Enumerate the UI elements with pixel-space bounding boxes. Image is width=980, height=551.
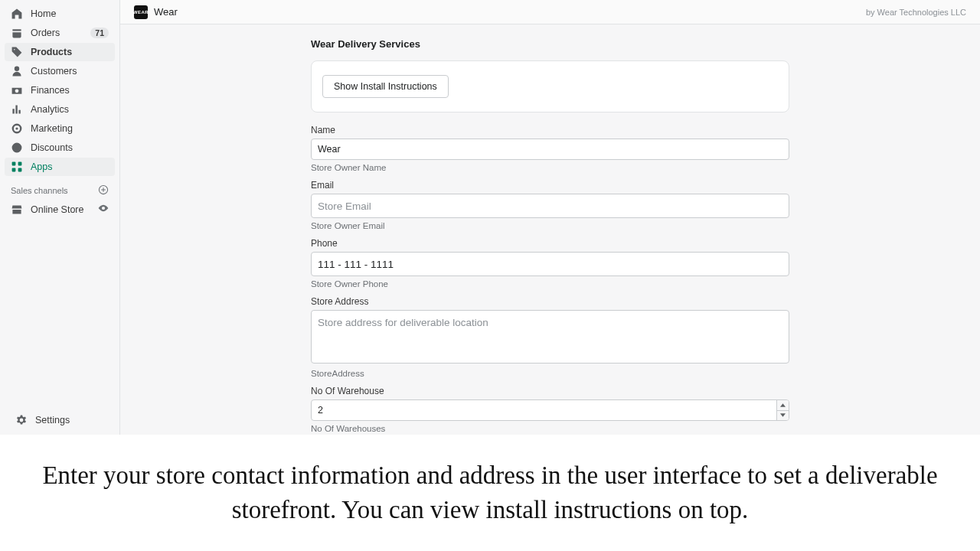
name-label: Name — [311, 125, 789, 135]
sidebar-item-online-store[interactable]: Online Store — [5, 200, 115, 219]
sidebar-item-home[interactable]: Home — [5, 5, 115, 23]
sidebar-item-label: Customers — [31, 66, 109, 77]
analytics-icon — [11, 103, 23, 116]
sidebar-item-label: Discounts — [31, 142, 109, 153]
address-help: StoreAddress — [311, 369, 789, 378]
sidebar-item-label: Products — [31, 47, 109, 57]
sidebar-item-label: Orders — [31, 28, 90, 38]
gear-icon — [15, 414, 28, 426]
sales-channels-label: Sales channels — [11, 186, 68, 195]
email-help: Store Owner Email — [311, 221, 789, 230]
customers-icon — [11, 65, 23, 77]
products-icon — [11, 46, 23, 58]
apps-icon — [11, 161, 23, 173]
phone-input[interactable] — [311, 252, 789, 276]
warehouse-input[interactable] — [311, 399, 789, 421]
stepper-down-icon[interactable] — [777, 411, 789, 421]
discounts-icon — [11, 142, 23, 154]
sidebar-item-marketing[interactable]: Marketing — [5, 119, 115, 138]
add-channel-icon[interactable] — [98, 184, 109, 197]
sidebar-item-label: Finances — [31, 85, 109, 96]
page-title: Wear Delivery Services — [311, 38, 789, 50]
sidebar: Home Orders 71 Products Customers Financ… — [0, 0, 120, 435]
sidebar-item-label: Analytics — [31, 104, 109, 115]
svg-rect-0 — [12, 162, 16, 166]
sidebar-item-label: Apps — [31, 161, 109, 172]
address-textarea[interactable] — [311, 310, 789, 364]
email-label: Email — [311, 180, 789, 191]
main-content: Wear Delivery Services Show Install Inst… — [120, 24, 980, 435]
home-icon — [11, 8, 23, 20]
sidebar-item-settings[interactable]: Settings — [9, 411, 110, 429]
phone-help: Store Owner Phone — [311, 279, 789, 289]
sidebar-item-apps[interactable]: Apps — [5, 158, 115, 176]
orders-icon — [11, 27, 23, 39]
number-spinner — [776, 400, 789, 420]
caption-band: Enter your store contact information and… — [0, 435, 980, 551]
sidebar-item-orders[interactable]: Orders 71 — [5, 24, 115, 42]
svg-rect-3 — [18, 168, 22, 172]
warehouse-label: No Of Warehouse — [311, 386, 789, 396]
sidebar-item-finances[interactable]: Finances — [5, 81, 115, 99]
svg-rect-2 — [12, 168, 16, 172]
email-input[interactable] — [311, 194, 789, 218]
app-name: Wear — [154, 6, 178, 18]
stepper-up-icon[interactable] — [777, 400, 789, 411]
marketing-icon — [11, 122, 23, 135]
sales-channels-header: Sales channels — [0, 177, 119, 200]
sidebar-item-label: Settings — [35, 415, 104, 425]
address-label: Store Address — [311, 296, 789, 307]
sidebar-item-label: Home — [31, 8, 109, 19]
phone-label: Phone — [311, 238, 789, 249]
svg-rect-1 — [18, 162, 22, 166]
finances-icon — [11, 84, 23, 96]
name-input[interactable] — [311, 139, 789, 160]
app-byline: by Wear Technologies LLC — [866, 8, 966, 17]
sidebar-item-products[interactable]: Products — [5, 43, 115, 61]
sidebar-item-customers[interactable]: Customers — [5, 62, 115, 80]
topbar: WEAR Wear by Wear Technologies LLC — [120, 0, 980, 24]
install-card: Show Install Instructions — [311, 60, 789, 112]
warehouse-help: No Of Warehouses — [311, 424, 789, 433]
caption-text: Enter your store contact information and… — [31, 458, 949, 527]
store-icon — [11, 204, 23, 216]
show-install-instructions-button[interactable]: Show Install Instructions — [322, 75, 449, 98]
app-logo: WEAR — [134, 5, 148, 19]
sidebar-item-label: Online Store — [31, 204, 98, 215]
view-store-icon[interactable] — [98, 203, 109, 216]
sidebar-item-discounts[interactable]: Discounts — [5, 139, 115, 157]
orders-badge: 71 — [90, 28, 109, 38]
app-shell: Home Orders 71 Products Customers Financ… — [0, 0, 980, 435]
sidebar-item-analytics[interactable]: Analytics — [5, 100, 115, 119]
sidebar-item-label: Marketing — [31, 123, 109, 134]
name-help: Store Owner Name — [311, 163, 789, 172]
